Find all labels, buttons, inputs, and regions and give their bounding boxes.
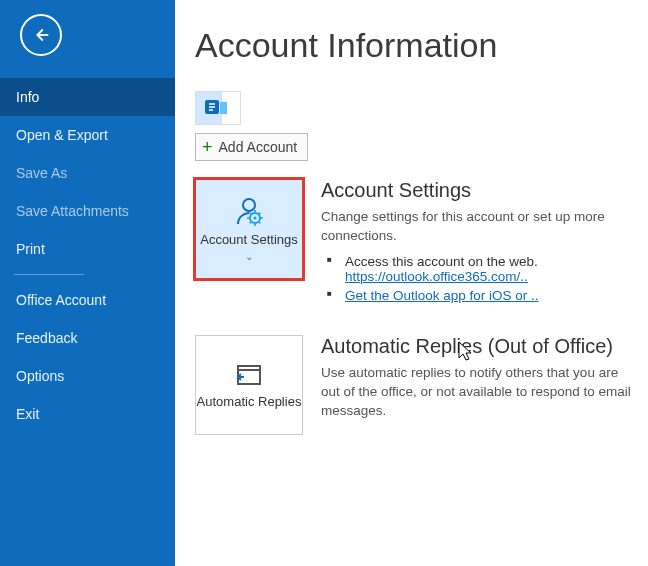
automatic-replies-tile[interactable]: Automatic Replies [195, 335, 303, 435]
account-settings-heading: Account Settings [321, 179, 638, 202]
svg-point-1 [243, 199, 255, 211]
account-settings-tile[interactable]: Account Settings ⌄ [195, 179, 303, 279]
add-account-label: Add Account [219, 139, 298, 155]
sidebar-item-office-account[interactable]: Office Account [0, 281, 175, 319]
automatic-replies-icon [232, 360, 266, 390]
back-button[interactable] [20, 14, 62, 56]
sidebar-separator [14, 274, 84, 275]
sidebar-item-open-export[interactable]: Open & Export [0, 116, 175, 154]
add-account-button[interactable]: + Add Account [195, 133, 308, 161]
chevron-down-icon: ⌄ [245, 251, 253, 262]
sidebar-item-exit[interactable]: Exit [0, 395, 175, 433]
sidebar-item-save-attachments: Save Attachments [0, 192, 175, 230]
owa-link[interactable]: https://outlook.office365.com/.. [345, 269, 528, 284]
automatic-replies-desc: Use automatic replies to notify others t… [321, 364, 638, 421]
sidebar-item-info[interactable]: Info [0, 78, 175, 116]
plus-icon: + [202, 138, 213, 156]
sidebar-item-options[interactable]: Options [0, 357, 175, 395]
page-title: Account Information [195, 26, 638, 65]
sidebar-item-feedback[interactable]: Feedback [0, 319, 175, 357]
account-settings-bullet-app: Get the Outlook app for iOS or .. [327, 288, 638, 303]
arrow-left-icon [30, 24, 52, 46]
account-settings-tile-label: Account Settings ⌄ [196, 232, 302, 263]
main-panel: Account Information + Add Account Accoun… [175, 0, 648, 566]
exchange-icon [195, 91, 241, 125]
sidebar: Info Open & Export Save As Save Attachme… [0, 0, 175, 566]
automatic-replies-heading: Automatic Replies (Out of Office) [321, 335, 638, 358]
mobile-app-link[interactable]: Get the Outlook app for iOS or .. [345, 288, 539, 303]
account-settings-desc: Change settings for this account or set … [321, 208, 638, 246]
automatic-replies-section: Automatic Replies (Out of Office) Use au… [321, 335, 638, 429]
account-settings-bullet-web: Access this account on the web. https://… [327, 254, 638, 284]
sidebar-item-print[interactable]: Print [0, 230, 175, 268]
account-selector[interactable] [195, 91, 638, 125]
automatic-replies-tile-label: Automatic Replies [197, 394, 302, 410]
sidebar-item-save-as: Save As [0, 154, 175, 192]
account-settings-section: Account Settings Change settings for thi… [321, 179, 638, 307]
svg-point-3 [253, 217, 256, 220]
person-gear-icon [232, 194, 266, 228]
